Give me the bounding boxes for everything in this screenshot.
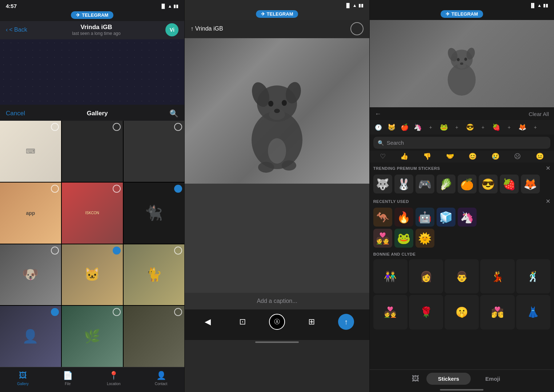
sticker-recent-frog[interactable]: 🐸 [394, 229, 413, 248]
sticker-recent-unicorn[interactable]: 🦄 [458, 208, 477, 227]
sticker-recent-hi[interactable]: 🔥 [394, 208, 413, 227]
sticker-cat-2[interactable]: 🍎 [399, 121, 410, 133]
handshake-icon[interactable]: 🤝 [446, 152, 454, 160]
toolbar-contact[interactable]: 👤 Contact [155, 371, 167, 386]
gallery-cell-2[interactable] [62, 121, 123, 182]
frown-icon[interactable]: ☹ [514, 152, 521, 160]
telegram-label-1: TELEGRAM [82, 12, 108, 18]
sad-icon[interactable]: 😢 [491, 152, 499, 160]
bc-sticker-1[interactable]: 👫 [373, 259, 408, 293]
sticker-recent-sun[interactable]: 🌞 [416, 229, 434, 248]
select-circle-2[interactable] [113, 123, 121, 131]
sticker-cat-1[interactable]: 😸 [386, 121, 397, 133]
gallery-cell-4[interactable]: app [0, 183, 61, 244]
sticker-recent-couple[interactable]: 💑 [373, 229, 392, 248]
gallery-cell-9[interactable]: 🐈 [124, 244, 185, 305]
bc-sticker-3[interactable]: 👨 [445, 259, 479, 293]
sticker-trending-5[interactable]: 🍊 [458, 175, 477, 193]
select-circle-8[interactable] [113, 247, 121, 255]
back-edit-button[interactable]: ◀ [200, 314, 216, 330]
select-circle-5[interactable] [113, 185, 121, 193]
sticker-trending-8[interactable]: 🦊 [521, 175, 540, 193]
select-circle-11[interactable] [113, 308, 121, 316]
select-circle-4[interactable] [51, 185, 59, 193]
thumbsup-icon[interactable]: 👍 [400, 152, 408, 160]
crop-button[interactable]: ⊡ [234, 314, 250, 330]
sticker-cat-add-2[interactable]: + [451, 121, 463, 133]
gallery-cell-11[interactable]: 🌿 [62, 306, 123, 367]
caption-bar[interactable]: Add a caption... [185, 293, 369, 309]
recent-stickers-row1: 🦘 🔥 🤖 🧊 🦄 [373, 208, 550, 227]
send-button[interactable]: ↑ [338, 314, 354, 330]
bc-sticker-4[interactable]: 💃 [480, 259, 514, 293]
preview-circle[interactable] [350, 22, 364, 35]
sticker-recent-robot[interactable]: 🤖 [416, 208, 434, 227]
smile-icon[interactable]: 😊 [469, 152, 477, 160]
filter-button[interactable]: Ⓐ [269, 314, 285, 330]
sticker-cat-add-1[interactable]: + [425, 121, 437, 133]
sticker-image-icon[interactable]: 🖼 [412, 375, 419, 383]
back-button[interactable]: ‹ < Back [6, 27, 27, 33]
clear-all-button[interactable]: Clear All [529, 111, 549, 117]
telegram-label-3: TELEGRAM [451, 11, 478, 17]
sticker-trending-7[interactable]: 🍓 [500, 175, 519, 193]
sticker-recent-ice[interactable]: 🧊 [437, 208, 455, 227]
sticker-trending-1[interactable]: 🐺 [373, 175, 392, 193]
bc-sticker-7[interactable]: 🌹 [409, 295, 443, 329]
gallery-cell-1[interactable]: ⌨ [0, 121, 61, 182]
thumbsdown-icon[interactable]: 👎 [423, 152, 431, 160]
bc-sticker-5[interactable]: 🕺 [516, 259, 550, 293]
sticker-cat-add-5[interactable]: + [530, 121, 541, 133]
sticker-trending-3[interactable]: 🎮 [416, 175, 434, 193]
sticker-cat-add-4[interactable]: + [503, 121, 515, 133]
gallery-cell-8[interactable]: 🐱 [62, 244, 123, 305]
gallery-search-icon[interactable]: 🔍 [169, 109, 178, 118]
gallery-cell-12[interactable] [124, 306, 185, 367]
sticker-cat-3[interactable]: 🦄 [412, 121, 423, 133]
trending-close[interactable]: ✕ [546, 165, 550, 172]
toolbar-gallery[interactable]: 🖼 Gallery [17, 371, 29, 386]
gallery-cell-10[interactable]: 👤 [0, 306, 61, 367]
preview-image-area [185, 38, 369, 293]
dog-photo [185, 38, 369, 184]
bc-sticker-6[interactable]: 💑 [373, 295, 408, 329]
sticker-cat-6[interactable]: 🍓 [490, 121, 502, 133]
gallery-cell-7[interactable]: 🐶 [0, 244, 61, 305]
sticker-cat-add-3[interactable]: + [477, 121, 489, 133]
wifi-icon: ▲ [168, 4, 172, 9]
recent-category[interactable]: 🕐 [373, 121, 384, 133]
emoji-tab[interactable]: Emoji [474, 373, 512, 385]
sticker-search-bar[interactable]: 🔍 Search [373, 137, 550, 149]
bc-sticker-8[interactable]: 🤫 [445, 295, 479, 329]
sticker-trending-4[interactable]: 🥬 [437, 175, 455, 193]
gallery-cancel-button[interactable]: Cancel [6, 110, 25, 117]
adjust-button[interactable]: ⊞ [304, 314, 320, 330]
sticker-back-button[interactable]: ← [375, 110, 381, 118]
bc-sticker-10[interactable]: 👗 [516, 295, 550, 329]
sticker-cat-4[interactable]: 🐸 [438, 121, 450, 133]
gallery-cell-5[interactable]: ISKCON [62, 183, 123, 244]
select-circle-1[interactable] [51, 123, 59, 131]
search-input-sticker[interactable]: Search [387, 140, 546, 146]
select-circle-6[interactable] [174, 185, 182, 193]
sticker-cat-7[interactable]: 🦊 [517, 121, 528, 133]
avatar[interactable]: Vi [165, 23, 178, 36]
sticker-trending-2[interactable]: 🐰 [394, 175, 413, 193]
neutral-icon[interactable]: 😐 [536, 152, 544, 160]
select-circle-10[interactable] [51, 308, 59, 316]
stickers-tab[interactable]: Stickers [426, 373, 471, 385]
gallery-cell-3[interactable] [124, 121, 185, 182]
toolbar-location[interactable]: 📍 Location [107, 371, 121, 386]
toolbar-file[interactable]: 📄 File [63, 371, 73, 386]
select-circle-9[interactable] [174, 247, 182, 255]
sticker-recent-1[interactable]: 🦘 [373, 208, 392, 227]
bc-sticker-2[interactable]: 👩 [409, 259, 443, 293]
gallery-cell-6[interactable]: 🐈‍⬛ [124, 183, 185, 244]
sticker-cat-5[interactable]: 😎 [464, 121, 476, 133]
recent-close[interactable]: ✕ [546, 198, 550, 205]
location-tab-label: Location [107, 382, 121, 386]
heart-emoji-icon[interactable]: ♡ [380, 152, 386, 160]
sticker-trending-6[interactable]: 😎 [479, 175, 498, 193]
bc-sticker-9[interactable]: 💏 [480, 295, 514, 329]
select-circle-7[interactable] [51, 247, 59, 255]
